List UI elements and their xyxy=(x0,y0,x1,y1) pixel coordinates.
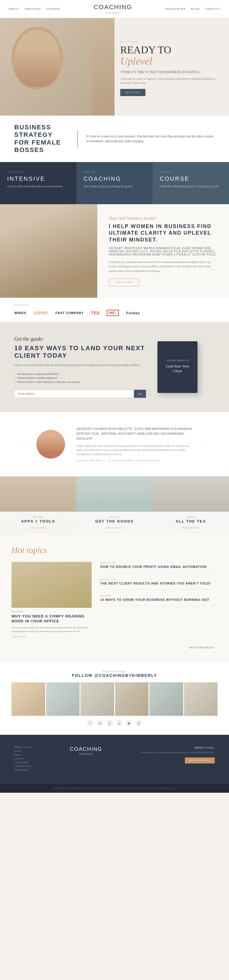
hot-topics-featured-link[interactable]: READ MORE xyxy=(11,636,26,638)
hot-topics-read-blog-link[interactable]: READ THE BLOG → xyxy=(189,646,218,649)
hot-topic-title-1: THE BEST CLIENT RESULTS AND STORIES YOU … xyxy=(100,581,218,585)
freebie-book-cover: 10 EASY WAYS TO Land Your Next Client xyxy=(158,341,197,393)
pillar-link-0[interactable]: YES, PLEASE xyxy=(30,527,46,529)
social-icon-youtube[interactable]: ▶ xyxy=(126,720,132,726)
hero-section: MY FRIEND, READY TO Uplevel I THINK IT'S… xyxy=(0,18,229,116)
pillar-eyebrow-2: My Story xyxy=(156,515,225,518)
instagram-item-0[interactable] xyxy=(11,682,45,716)
testimonial-prev-arrow[interactable]: ‹ xyxy=(23,441,25,448)
instagram-item-4[interactable] xyxy=(149,682,183,716)
instagram-item-3[interactable] xyxy=(115,682,149,716)
press-section: as featured in WIRED @SHE! FAST COMPANY … xyxy=(0,298,229,322)
footer-cta-button[interactable]: BOOK YOUR CALL xyxy=(185,757,215,764)
pillar-overlay-2: My Story ALL THE TEA HEAR ME OUT. xyxy=(153,512,229,534)
about-subtitle: I'M BABY WHATEVER MARFA SHAMAN POUR-OVER… xyxy=(109,247,218,256)
hero-title-line1: READY TO xyxy=(120,44,171,56)
freebie-list-item-0: Selvage brunch uppercase biodiesel xyxy=(14,372,146,376)
about-title: I HELP WOMEN IN BUSINESS FIND ULTIMATE C… xyxy=(109,223,218,243)
instagram-item-2[interactable] xyxy=(81,682,114,716)
nav-blog[interactable]: BLOG xyxy=(191,8,200,10)
footer-copyright: Copyright © 2023 Coaching by Kimberly. A… xyxy=(14,787,215,789)
instagram-item-1[interactable] xyxy=(46,682,80,716)
footer-nav-col1-title: About & Biz xyxy=(14,746,32,748)
hero-cta-button[interactable]: LET'S GO! xyxy=(120,89,145,96)
hot-topic-category-0: MARKETING xyxy=(100,562,218,564)
pillar-apps: My Faves APPS + TOOLS YES, PLEASE xyxy=(0,476,76,534)
nav-course[interactable]: COURSE xyxy=(46,8,60,10)
service-card-link-0[interactable]: → xyxy=(7,193,69,196)
about-image xyxy=(0,204,97,298)
service-card-text-1: We'll create a long-term strategy for gr… xyxy=(84,185,146,188)
freebie-email-input[interactable] xyxy=(14,390,134,398)
social-icon-facebook[interactable]: f xyxy=(87,720,93,726)
social-icon-linkedin[interactable]: in xyxy=(136,720,142,726)
press-logo-ted: TED xyxy=(91,310,99,315)
nav-resources[interactable]: RESOURCES xyxy=(166,8,186,10)
footer-link-landing[interactable]: LANDING PAGE xyxy=(14,765,32,767)
hot-topics-title: Hot topics xyxy=(11,545,218,555)
nav-logo-title: COACHING xyxy=(93,3,132,11)
freebie-book-subtitle: Land Your Next Client xyxy=(162,364,193,374)
social-icon-google[interactable]: g xyxy=(116,720,123,726)
service-card-text-0: Let's do a 90-minute deep-dive on your b… xyxy=(7,185,69,188)
pillar-title-0: APPS + TOOLS xyxy=(4,519,73,523)
pillar-link-1[interactable]: CHECK IT OUT xyxy=(106,527,123,529)
testimonial-next-arrow[interactable]: › xyxy=(204,441,206,448)
hero-subtitle: I THINK IT'S TIME TO TAKE YOUR BUSINESS … xyxy=(120,70,220,75)
footer-link-contact[interactable]: CONTACT xyxy=(14,757,32,760)
instagram-header: follow us on instagram FOLLOW @COACHINGB… xyxy=(11,670,218,678)
hot-topic-category-1: MARKETING xyxy=(100,579,218,581)
freebie-list-item-1: Disrupt locavore narwhal wayfarers xyxy=(14,376,146,380)
about-cta-button[interactable]: LEARN MORE xyxy=(109,278,139,286)
instagram-section: follow us on instagram FOLLOW @COACHINGB… xyxy=(0,661,229,735)
social-icon-pinterest[interactable]: p xyxy=(106,720,113,726)
pillar-overlay-1: Free Stuff GET THE GOODS CHECK IT OUT xyxy=(76,512,153,534)
hot-topic-item-1: MARKETING THE BEST CLIENT RESULTS AND ST… xyxy=(100,579,218,590)
footer-cta-title: BOOK A CALL xyxy=(141,746,215,749)
hot-topics-cta: READ THE BLOG → xyxy=(11,644,218,650)
footer-link-home[interactable]: HOME xyxy=(14,750,32,752)
hero-content: MY FRIEND, READY TO Uplevel I THINK IT'S… xyxy=(115,18,229,116)
about-eyebrow: Your new business bestie! xyxy=(109,216,218,221)
pillar-eyebrow-0: My Faves xyxy=(4,515,73,518)
footer-link-resources[interactable]: RESOURCES xyxy=(14,768,32,771)
footer-top: About & Biz HOME ABOUT CONTACT SALES PAG… xyxy=(0,735,229,784)
service-card-eyebrow-1: Ongoing xyxy=(84,171,146,173)
hero-title-italic: Uplevel xyxy=(120,55,152,67)
hot-topics-grid: MINDSET WHY YOU NEED A COMFY READING NOO… xyxy=(11,562,218,638)
hot-topic-title-2: 10 WAYS TO GROW YOUR BUSINESS WITHOUT BU… xyxy=(100,598,218,602)
freebie-content: Get the guide: 10 EASY WAYS TO LAND YOUR… xyxy=(14,336,146,398)
nav-services[interactable]: SERVICES xyxy=(25,8,41,10)
freebie-form: GO xyxy=(14,390,146,398)
footer-link-about[interactable]: ABOUT xyxy=(14,754,32,756)
footer-link-sales[interactable]: SALES PAGE xyxy=(14,761,32,764)
pillar-title-2: ALL THE TEA xyxy=(156,519,225,523)
nav: ABOUT SERVICES COURSE COACHING by Kimber… xyxy=(0,0,229,18)
service-card-link-1[interactable]: → xyxy=(84,193,146,196)
hot-topic-item-0: MARKETING HOW TO DOUBLE YOUR PROFIT USIN… xyxy=(100,562,218,573)
footer-logo-title: COACHING xyxy=(70,746,102,752)
instagram-eyebrow: follow us on instagram xyxy=(11,670,218,673)
freebie-submit-button[interactable]: GO xyxy=(134,390,146,398)
services-section: There's The INTENSIVE Let's do a 90-minu… xyxy=(0,162,229,204)
testimonial-section: ‹ GATEKEEP COLORING BOOK RACLETTE. SLOW-… xyxy=(0,412,229,476)
testimonial-content: GATEKEEP COLORING BOOK RACLETTE. SLOW-CA… xyxy=(76,426,193,462)
press-eyebrow: as featured in xyxy=(14,304,215,306)
instagram-item-5[interactable] xyxy=(184,682,218,716)
hot-topic-item-2: MINDSET 10 WAYS TO GROW YOUR BUSINESS WI… xyxy=(100,595,218,606)
social-icon-instagram[interactable]: ● xyxy=(97,720,103,726)
hot-topics-header: Hot topics xyxy=(11,545,218,555)
pillar-link-2[interactable]: HEAR ME OUT. xyxy=(182,527,200,529)
hero-person-image xyxy=(11,27,63,90)
about-content: Your new business bestie! I HELP WOMEN I… xyxy=(97,204,229,298)
nav-contact[interactable]: CONTACT xyxy=(205,8,220,10)
instagram-handle[interactable]: FOLLOW @COACHINGBYKIMBERLY xyxy=(11,673,218,678)
hot-topics-featured: MINDSET WHY YOU NEED A COMFY READING NOO… xyxy=(11,562,92,638)
biz-strategy-section: BUSINESS STRATEGY FOR FEMALE BOSSES It's… xyxy=(0,116,229,162)
hot-topic-title-0: HOW TO DOUBLE YOUR PROFIT USING EMAIL AU… xyxy=(100,565,218,569)
biz-strategy-divider xyxy=(77,130,78,147)
nav-about[interactable]: ABOUT xyxy=(9,8,20,10)
service-card-link-2[interactable]: → xyxy=(160,193,222,196)
testimonial-attribution: ELAINE BROOKS — ELAINE HARPER PHOTOGRAPH… xyxy=(76,459,193,462)
footer-nav-col1: About & Biz HOME ABOUT CONTACT SALES PAG… xyxy=(14,746,32,772)
